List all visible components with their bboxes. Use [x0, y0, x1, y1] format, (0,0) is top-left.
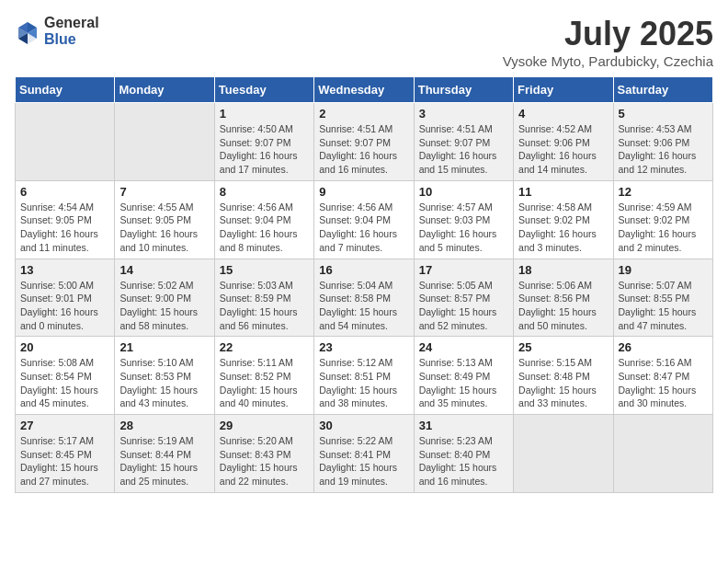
table-row: 29Sunrise: 5:20 AMSunset: 8:43 PMDayligh… [214, 415, 313, 493]
table-row: 17Sunrise: 5:05 AMSunset: 8:57 PMDayligh… [414, 259, 513, 337]
day-info: Sunrise: 5:19 AMSunset: 8:44 PMDaylight:… [119, 434, 209, 488]
logo-blue: Blue [44, 31, 99, 48]
calendar-table: SundayMondayTuesdayWednesdayThursdayFrid… [15, 76, 713, 493]
calendar-week-row: 1Sunrise: 4:50 AMSunset: 9:07 PMDaylight… [16, 103, 713, 181]
day-number: 30 [319, 419, 408, 432]
day-number: 4 [518, 107, 608, 121]
day-number: 24 [419, 340, 508, 354]
day-number: 20 [20, 340, 109, 354]
table-row: 24Sunrise: 5:13 AMSunset: 8:49 PMDayligh… [414, 337, 513, 415]
day-header-wednesday: Wednesday [314, 77, 414, 103]
table-row [16, 103, 115, 181]
table-row: 7Sunrise: 4:55 AMSunset: 9:05 PMDaylight… [115, 180, 214, 259]
day-info: Sunrise: 5:12 AMSunset: 8:51 PMDaylight:… [319, 356, 408, 410]
day-number: 17 [419, 263, 508, 277]
day-info: Sunrise: 5:20 AMSunset: 8:43 PMDaylight:… [220, 434, 309, 488]
day-info: Sunrise: 4:52 AMSunset: 9:06 PMDaylight:… [518, 122, 608, 177]
table-row: 28Sunrise: 5:19 AMSunset: 8:44 PMDayligh… [115, 415, 214, 493]
day-info: Sunrise: 5:13 AMSunset: 8:49 PMDaylight:… [419, 356, 508, 410]
table-row: 25Sunrise: 5:15 AMSunset: 8:48 PMDayligh… [514, 337, 613, 415]
day-header-sunday: Sunday [16, 77, 115, 103]
day-header-thursday: Thursday [414, 77, 513, 103]
day-info: Sunrise: 4:51 AMSunset: 9:07 PMDaylight:… [319, 122, 408, 177]
day-number: 23 [319, 340, 408, 354]
day-info: Sunrise: 4:57 AMSunset: 9:03 PMDaylight:… [419, 201, 508, 255]
table-row: 2Sunrise: 4:51 AMSunset: 9:07 PMDaylight… [314, 103, 414, 181]
table-row: 6Sunrise: 4:54 AMSunset: 9:05 PMDaylight… [16, 180, 115, 259]
page-header: General Blue July 2025 Vysoke Myto, Pard… [15, 15, 713, 69]
day-number: 31 [419, 419, 508, 432]
table-row: 31Sunrise: 5:23 AMSunset: 8:40 PMDayligh… [414, 415, 513, 493]
table-row: 9Sunrise: 4:56 AMSunset: 9:04 PMDaylight… [314, 180, 414, 259]
day-info: Sunrise: 5:02 AMSunset: 9:00 PMDaylight:… [119, 279, 209, 333]
table-row: 23Sunrise: 5:12 AMSunset: 8:51 PMDayligh… [314, 337, 414, 415]
table-row: 8Sunrise: 4:56 AMSunset: 9:04 PMDaylight… [214, 180, 313, 259]
day-number: 10 [419, 185, 508, 199]
table-row: 1Sunrise: 4:50 AMSunset: 9:07 PMDaylight… [214, 103, 313, 181]
location-subtitle: Vysoke Myto, Pardubicky, Czechia [503, 53, 713, 69]
table-row: 27Sunrise: 5:17 AMSunset: 8:45 PMDayligh… [16, 415, 115, 493]
day-number: 21 [119, 340, 209, 354]
table-row: 13Sunrise: 5:00 AMSunset: 9:01 PMDayligh… [16, 259, 115, 337]
day-header-saturday: Saturday [613, 77, 712, 103]
calendar-week-row: 20Sunrise: 5:08 AMSunset: 8:54 PMDayligh… [16, 337, 713, 415]
logo-text: General Blue [44, 15, 99, 47]
day-number: 5 [619, 107, 708, 121]
day-header-tuesday: Tuesday [214, 77, 313, 103]
header-row: SundayMondayTuesdayWednesdayThursdayFrid… [16, 77, 713, 103]
day-info: Sunrise: 5:17 AMSunset: 8:45 PMDaylight:… [20, 434, 109, 488]
day-info: Sunrise: 4:55 AMSunset: 9:05 PMDaylight:… [119, 201, 209, 255]
day-number: 9 [319, 185, 408, 199]
logo: General Blue [15, 15, 99, 47]
logo-general: General [44, 15, 99, 31]
day-info: Sunrise: 5:06 AMSunset: 8:56 PMDaylight:… [518, 279, 608, 333]
day-number: 22 [220, 340, 309, 354]
day-info: Sunrise: 4:54 AMSunset: 9:05 PMDaylight:… [20, 201, 109, 255]
day-info: Sunrise: 5:08 AMSunset: 8:54 PMDaylight:… [20, 356, 109, 410]
day-info: Sunrise: 5:15 AMSunset: 8:48 PMDaylight:… [518, 356, 608, 410]
title-block: July 2025 Vysoke Myto, Pardubicky, Czech… [503, 15, 713, 69]
day-number: 6 [20, 185, 109, 199]
day-number: 15 [220, 263, 309, 277]
calendar-week-row: 6Sunrise: 4:54 AMSunset: 9:05 PMDaylight… [16, 180, 713, 259]
table-row: 3Sunrise: 4:51 AMSunset: 9:07 PMDaylight… [414, 103, 513, 181]
table-row: 19Sunrise: 5:07 AMSunset: 8:55 PMDayligh… [613, 259, 712, 337]
day-info: Sunrise: 5:00 AMSunset: 9:01 PMDaylight:… [20, 279, 109, 333]
day-info: Sunrise: 5:04 AMSunset: 8:58 PMDaylight:… [319, 279, 408, 333]
day-number: 2 [319, 107, 408, 121]
table-row: 18Sunrise: 5:06 AMSunset: 8:56 PMDayligh… [514, 259, 613, 337]
table-row: 11Sunrise: 4:58 AMSunset: 9:02 PMDayligh… [514, 180, 613, 259]
table-row: 16Sunrise: 5:04 AMSunset: 8:58 PMDayligh… [314, 259, 414, 337]
day-info: Sunrise: 5:23 AMSunset: 8:40 PMDaylight:… [419, 434, 508, 488]
day-number: 7 [119, 185, 209, 199]
table-row: 14Sunrise: 5:02 AMSunset: 9:00 PMDayligh… [115, 259, 214, 337]
table-row: 15Sunrise: 5:03 AMSunset: 8:59 PMDayligh… [214, 259, 313, 337]
day-number: 3 [419, 107, 508, 121]
day-number: 28 [119, 419, 209, 432]
table-row: 5Sunrise: 4:53 AMSunset: 9:06 PMDaylight… [613, 103, 712, 181]
table-row: 12Sunrise: 4:59 AMSunset: 9:02 PMDayligh… [613, 180, 712, 259]
table-row: 4Sunrise: 4:52 AMSunset: 9:06 PMDaylight… [514, 103, 613, 181]
day-number: 11 [518, 185, 608, 199]
table-row [613, 415, 712, 493]
day-number: 1 [220, 107, 309, 121]
day-header-monday: Monday [115, 77, 214, 103]
day-number: 29 [220, 419, 309, 432]
table-row: 21Sunrise: 5:10 AMSunset: 8:53 PMDayligh… [115, 337, 214, 415]
table-row: 30Sunrise: 5:22 AMSunset: 8:41 PMDayligh… [314, 415, 414, 493]
day-info: Sunrise: 5:07 AMSunset: 8:55 PMDaylight:… [619, 279, 708, 333]
day-info: Sunrise: 4:53 AMSunset: 9:06 PMDaylight:… [619, 122, 708, 177]
table-row: 10Sunrise: 4:57 AMSunset: 9:03 PMDayligh… [414, 180, 513, 259]
month-title: July 2025 [503, 15, 713, 53]
day-info: Sunrise: 4:59 AMSunset: 9:02 PMDaylight:… [619, 201, 708, 255]
day-number: 18 [518, 263, 608, 277]
day-number: 12 [619, 185, 708, 199]
table-row: 26Sunrise: 5:16 AMSunset: 8:47 PMDayligh… [613, 337, 712, 415]
day-number: 27 [20, 419, 109, 432]
table-row [514, 415, 613, 493]
day-header-friday: Friday [514, 77, 613, 103]
day-number: 19 [619, 263, 708, 277]
logo-icon [15, 18, 40, 44]
day-info: Sunrise: 5:16 AMSunset: 8:47 PMDaylight:… [619, 356, 708, 410]
table-row: 22Sunrise: 5:11 AMSunset: 8:52 PMDayligh… [214, 337, 313, 415]
